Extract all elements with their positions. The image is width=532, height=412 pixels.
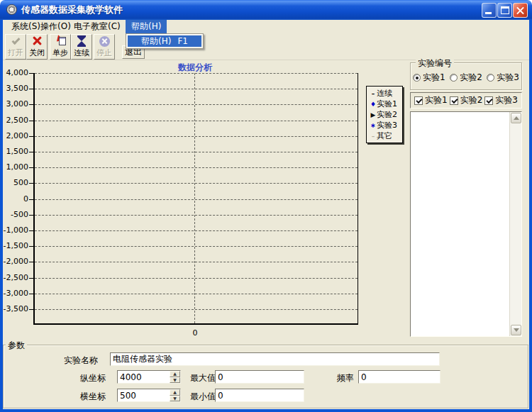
help-menu-item-label: 帮助(H) — [141, 35, 171, 48]
help-menu-item[interactable]: 帮助(H) F1 — [128, 35, 201, 47]
gridline — [35, 152, 358, 152]
y-axis-tick — [29, 262, 35, 262]
stop-button[interactable]: 停止 — [94, 34, 115, 60]
min-value-input[interactable] — [215, 389, 304, 402]
x-coordinate-label: 横坐标 — [80, 391, 106, 403]
chart-plot-area: 0 4,0003,5003,0002,5002,0001,5001,000500… — [33, 73, 358, 325]
open-button-label: 打开 — [8, 48, 23, 58]
radio-experiment2[interactable]: 实验2 — [450, 72, 482, 84]
continuous-button[interactable]: 连续 — [71, 34, 92, 60]
max-value-input[interactable] — [215, 370, 304, 384]
y-coordinate-input[interactable] — [118, 371, 170, 383]
radio-experiment2-label: 实验2 — [460, 72, 482, 84]
checkbox-experiment2-label: 实验2 — [460, 94, 483, 106]
y-axis-tick — [29, 230, 35, 231]
y-axis-tick — [29, 73, 35, 74]
y-axis-label: 1,500 — [0, 147, 28, 156]
y-axis-label: 0 — [0, 194, 28, 204]
listbox-scrollbar[interactable] — [509, 112, 521, 336]
open-button[interactable]: 打开 — [5, 34, 26, 60]
single-step-button-label: 单步 — [52, 48, 68, 58]
minimize-button[interactable] — [482, 3, 497, 18]
menu-help[interactable]: 帮助(H) — [126, 20, 167, 33]
close-x-icon — [27, 35, 47, 48]
spin-down-button[interactable]: ▼ — [170, 377, 180, 384]
y-axis-label: 3,000 — [0, 99, 28, 108]
experiment-radio-group: 实验1 实验2 实验3 — [413, 72, 519, 84]
legend-item-label: 实验3 — [377, 120, 397, 130]
radio-experiment1-label: 实验1 — [423, 72, 445, 84]
legend-marker-icon: – — [370, 133, 377, 140]
legend-item: –其它 — [370, 130, 401, 141]
window-border-bottom — [0, 409, 532, 412]
legend-item: ▶实验2 — [370, 109, 401, 120]
help-dropdown-menu: 帮助(H) F1 — [126, 33, 204, 49]
menu-eclassroom[interactable]: 电子教室(C) — [68, 20, 126, 33]
frequency-input[interactable] — [358, 370, 440, 384]
stop-circle-icon — [94, 35, 114, 48]
y-axis-label: -1,500 — [0, 241, 28, 250]
y-axis-tick — [29, 309, 35, 310]
y-coordinate-label: 纵坐标 — [80, 372, 106, 384]
legend-item-label: 连续 — [377, 88, 392, 99]
scroll-down-icon — [514, 328, 519, 332]
legend-item-label: 其它 — [377, 130, 392, 141]
radio-experiment3[interactable]: 实验3 — [487, 72, 519, 84]
checkbox-experiment2[interactable]: 实验2 — [450, 94, 483, 106]
y-axis-tick — [29, 199, 35, 200]
scroll-up-button[interactable] — [511, 113, 521, 123]
y-axis-tick — [29, 246, 35, 247]
close-file-button[interactable]: 关闭 — [26, 34, 48, 60]
chart-zero-vline — [194, 73, 195, 323]
checkbox-experiment3[interactable]: 实验3 — [484, 94, 518, 106]
gridline — [35, 121, 358, 121]
max-value-label: 最大值 — [190, 372, 216, 384]
scroll-down-button[interactable] — [511, 325, 521, 335]
gridline — [35, 167, 358, 168]
maximize-icon — [501, 6, 509, 14]
checkbox-experiment1[interactable]: 实验1 — [414, 94, 448, 106]
checkbox-icon — [414, 96, 423, 105]
window-title: 传感器数据采集教学软件 — [21, 0, 123, 20]
legend-item-label: 实验2 — [377, 109, 397, 120]
gridline — [35, 262, 358, 262]
params-group-title: 参数 — [6, 340, 27, 352]
y-axis-label: -1,000 — [0, 226, 28, 235]
single-step-button[interactable]: 单步 — [50, 34, 71, 60]
maximize-button[interactable] — [497, 3, 512, 18]
legend-marker-icon: – — [370, 90, 377, 97]
legend-item-label: 实验1 — [377, 99, 397, 109]
spin-up-button[interactable]: ▲ — [170, 371, 180, 377]
chart-title: 数据分析 — [135, 62, 255, 74]
close-button[interactable] — [513, 3, 528, 18]
x-axis-label: 0 — [190, 328, 200, 338]
legend-item: ♦实验1 — [370, 99, 401, 109]
y-axis-label: -3,500 — [0, 304, 28, 313]
checkbox-icon — [450, 96, 458, 105]
stop-button-label: 停止 — [96, 48, 112, 58]
legend-marker-icon: ▶ — [370, 111, 377, 118]
radio-experiment1[interactable]: 实验1 — [413, 72, 445, 84]
x-coordinate-spinner: ▲ ▼ — [170, 389, 180, 401]
y-axis-tick — [29, 89, 35, 89]
radio-experiment3-label: 实验3 — [497, 72, 519, 84]
gridline — [35, 136, 358, 137]
y-axis-tick — [29, 294, 35, 294]
data-listbox[interactable] — [410, 111, 522, 337]
minimize-icon — [485, 12, 492, 14]
x-coordinate-input[interactable] — [118, 389, 170, 401]
y-axis-label: 1,000 — [0, 162, 28, 172]
checkbox-icon — [484, 96, 493, 105]
legend-item: –连续 — [370, 88, 401, 99]
gridline — [35, 294, 358, 294]
menu-bar: 系统(S) 操作(O) 电子教室(C) 帮助(H) — [3, 20, 529, 33]
spin-up-button[interactable]: ▲ — [170, 389, 180, 396]
scroll-up-icon — [514, 116, 519, 120]
checkbox-experiment1-label: 实验1 — [425, 94, 448, 106]
experiment-checkbox-strip: 实验1 实验2 实验3 — [410, 92, 522, 108]
spin-down-button[interactable]: ▼ — [170, 396, 180, 402]
legend-item: ∗实验3 — [370, 120, 401, 130]
experiment-name-input[interactable] — [110, 352, 440, 366]
y-axis-label: -2,000 — [0, 257, 28, 266]
y-axis-label: 3,500 — [0, 84, 28, 93]
